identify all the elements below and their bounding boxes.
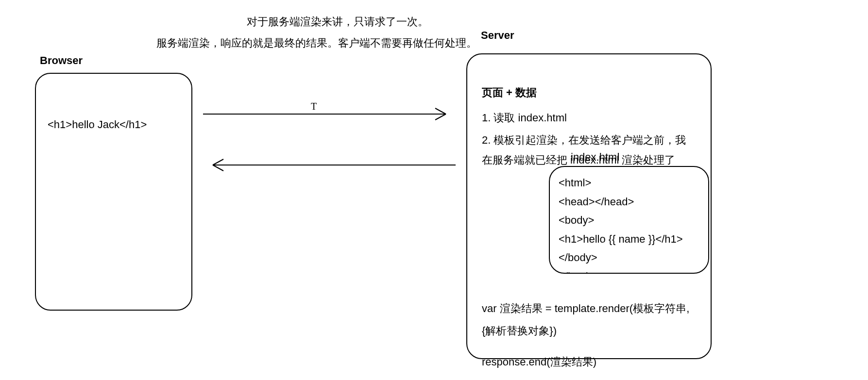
- index-file-label: index.html: [571, 151, 619, 164]
- server-render-call-1: var 渲染结果 = template.render(模板字符串,: [482, 298, 696, 319]
- arrow-caret-marker: T: [311, 101, 317, 112]
- index-line-6: </html>: [559, 267, 699, 274]
- index-file-box: <html> <head></head> <body> <h1>hello {{…: [549, 166, 709, 274]
- server-response: response.end(渲染结果): [482, 352, 696, 372]
- arrow-browser-to-server-icon: [203, 104, 456, 124]
- svg-line-5: [213, 165, 223, 171]
- arrow-server-to-browser-icon: [203, 155, 456, 175]
- server-label: Server: [481, 29, 514, 42]
- caption-line-2: 服务端渲染，响应的就是最终的结果。客户端不需要再做任何处理。: [156, 36, 477, 50]
- index-line-1: <html>: [559, 174, 699, 193]
- svg-line-1: [435, 108, 446, 114]
- browser-content: <h1>hello Jack</h1>: [48, 115, 180, 135]
- caption-line-1: 对于服务端渲染来讲，只请求了一次。: [247, 15, 428, 29]
- server-step-2: 2. 模板引起渲染，在发送给客户端之前，我在服务端就已经把 index.html…: [482, 130, 696, 171]
- server-render-call-2: {解析替换对象}): [482, 321, 696, 341]
- index-line-3: <body>: [559, 211, 699, 230]
- index-line-4: <h1>hello {{ name }}</h1>: [559, 230, 699, 249]
- svg-line-4: [213, 159, 223, 165]
- svg-line-2: [435, 114, 446, 120]
- browser-box: <h1>hello Jack</h1>: [35, 73, 192, 311]
- server-heading: 页面 + 数据: [482, 83, 696, 103]
- browser-label: Browser: [40, 54, 83, 67]
- index-line-2: <head></head>: [559, 193, 699, 212]
- server-step-1: 1. 读取 index.html: [482, 108, 696, 128]
- index-line-5: </body>: [559, 248, 699, 267]
